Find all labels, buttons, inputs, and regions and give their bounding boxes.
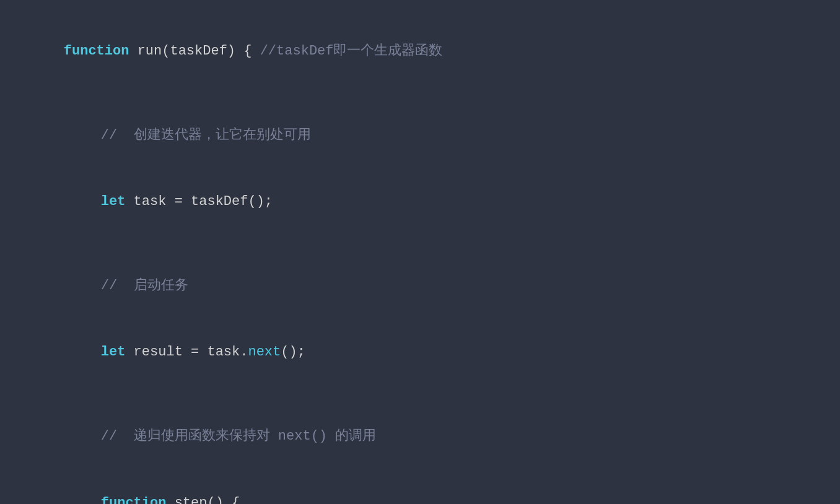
comment-4: // 递归使用函数来保持对 next() 的调用 (101, 428, 376, 444)
code-line-6: // 递归使用函数来保持对 next() 的调用 (31, 404, 809, 469)
code-line-7: function step() { (31, 470, 809, 504)
code-text-2: task = taskDef(); (125, 194, 273, 209)
blank-line-2 (31, 236, 809, 253)
code-text-5: step() { (166, 495, 240, 504)
keyword-let-1: let (101, 194, 126, 209)
keyword-let-2: let (101, 344, 126, 360)
code-line-1: function run(taskDef) { //taskDef即一个生成器函… (31, 19, 809, 84)
code-block: function run(taskDef) { //taskDef即一个生成器函… (0, 0, 840, 504)
code-line-3: let task = taskDef(); (31, 169, 809, 235)
comment-3: // 启动任务 (101, 278, 188, 293)
code-line-4: // 启动任务 (31, 253, 809, 319)
code-text: run(taskDef) { (129, 43, 260, 59)
code-text-4: (); (281, 344, 305, 360)
code-text-3: result = task. (125, 344, 248, 360)
comment-2: // 创建迭代器，让它在别处可用 (101, 128, 311, 143)
blank-line-3 (31, 386, 809, 404)
keyword-function-2: function (101, 495, 167, 504)
code-line-2: // 创建迭代器，让它在别处可用 (31, 103, 809, 168)
keyword-function: function (64, 43, 129, 59)
comment-1: //taskDef即一个生成器函数 (260, 43, 443, 59)
code-line-5: let result = task.next(); (31, 319, 809, 385)
prop-next-1: next (248, 344, 281, 360)
blank-line-1 (31, 85, 809, 103)
